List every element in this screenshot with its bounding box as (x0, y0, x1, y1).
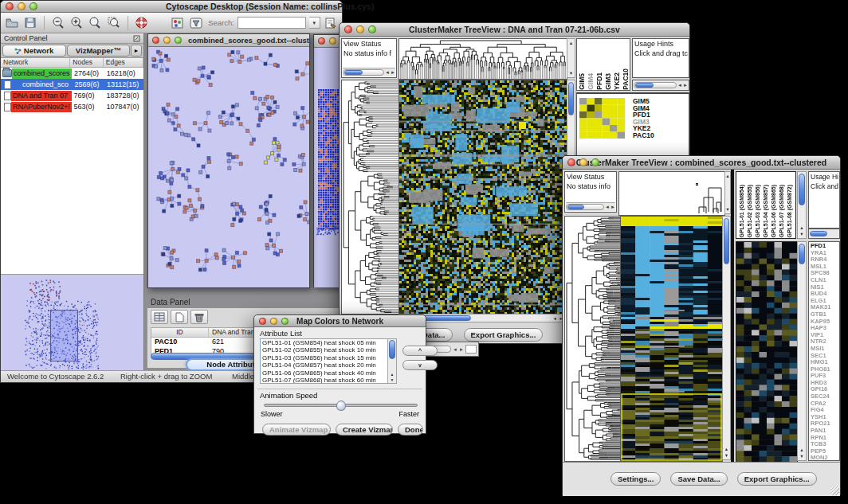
treeview2-title-bar[interactable]: ClusterMaker TreeView : combined_scores_… (563, 156, 840, 170)
treeview1-view-status-panel: View Status No status info f ◄► (341, 38, 397, 78)
animate-vizmap-button[interactable]: Animate Vizmap (262, 424, 331, 436)
zoom-icon[interactable] (591, 158, 599, 166)
zoom-fit-icon[interactable] (88, 15, 103, 30)
treeview1-heatmap[interactable] (398, 80, 567, 315)
treeview2-export-graphics-button[interactable]: Export Graphics... (737, 472, 817, 486)
minimize-icon[interactable] (18, 2, 26, 10)
done-button[interactable]: Done (398, 424, 423, 436)
tab-network[interactable]: Network (2, 45, 66, 57)
attribute-item[interactable]: GPL51-02 (GSM855) heat shock 10 min (261, 346, 387, 354)
treeview1-hints-scrollbar[interactable]: ◄► (632, 80, 689, 91)
treeview2-zoom-heatmap[interactable] (736, 241, 798, 463)
treeview2-column-labels[interactable]: GPL51-01 (GSM854)GPL51-02 (GSM855)GPL51-… (736, 171, 796, 239)
column-label: GPL51-07 (GSM868) (778, 185, 785, 238)
minimize-icon[interactable] (579, 158, 587, 166)
view-status-scrollbar[interactable]: ◄► (566, 202, 615, 211)
float-panel-icon[interactable] (133, 35, 140, 42)
zoom-icon[interactable] (29, 2, 37, 10)
dialog-title-bar[interactable]: Map Colors to Network (254, 315, 426, 327)
treeview1-export-graphics-button[interactable]: Export Graphics... (464, 328, 544, 342)
move-down-button[interactable]: v (402, 360, 438, 370)
vizmap-icon[interactable] (169, 15, 184, 30)
network-table-header[interactable]: NetworkNodesEdges (1, 58, 143, 68)
open-file-icon[interactable] (4, 15, 19, 30)
main-title-bar[interactable]: Cytoscape Desktop (Session Name: collins… (1, 1, 342, 13)
filter-icon[interactable] (188, 15, 203, 30)
attr-col-id[interactable]: ID (151, 328, 209, 337)
new-attribute-icon[interactable] (171, 310, 188, 324)
close-icon[interactable] (567, 158, 575, 166)
search-input[interactable] (238, 17, 306, 29)
network-row[interactable]: RNAPuberNov2+! 563(0) 107847(0) (1, 101, 143, 112)
tab-vizmapper[interactable]: VizMapper™ (67, 45, 131, 57)
network-row[interactable]: DNA and Tran 07 769(0) 183728(0) (1, 90, 143, 101)
attribute-item[interactable]: GPL51-01 (GSM854) heat shock 05 min (261, 339, 387, 346)
treeview2-heatmap[interactable] (620, 216, 723, 462)
attribute-list[interactable]: GPL51-01 (GSM854) heat shock 05 minGPL51… (260, 338, 397, 384)
treeview1-title-bar[interactable]: ClusterMaker TreeView : DNA and Tran 07-… (340, 23, 689, 37)
treeview2-heatmap-vscrollbar[interactable]: ▲▼ (722, 216, 731, 460)
attribute-list-scrollbar[interactable]: ▲ ▼ (387, 339, 396, 383)
treeview2-settings-button[interactable]: Settings... (610, 472, 661, 486)
network-row[interactable]: combined_sco 2569(6) 13112(15) (1, 79, 143, 90)
attribute-editor-icon[interactable] (324, 15, 339, 30)
treeview1-dendro-scrollbar[interactable]: ▲▼ (567, 38, 575, 78)
network-overview-panel[interactable] (1, 275, 143, 371)
search-dropdown-icon[interactable]: ▼ (309, 17, 320, 29)
close-icon[interactable] (344, 25, 352, 33)
network-view-canvas[interactable] (148, 47, 309, 287)
zoom-out-icon[interactable] (50, 15, 65, 30)
treeview2-column-dendrogram[interactable] (618, 171, 725, 216)
network-view-window[interactable]: combined_scores_good.txt--cluste... (147, 33, 310, 288)
treeview2-row-dendrogram[interactable] (564, 216, 621, 462)
treeview2-gene-labels[interactable]: PFD1YRA1RNR4MSL1SPC98CLN1NIS1BUD4ELG1MAK… (808, 241, 840, 461)
zoom-icon[interactable] (281, 318, 289, 325)
minimize-icon[interactable] (329, 37, 336, 45)
attribute-item[interactable]: GPL51-04 (GSM857) heat shock 20 min (261, 361, 387, 369)
attribute-item[interactable]: GPL51-07 (GSM868) heat shock 60 min (261, 377, 387, 384)
close-icon[interactable] (152, 37, 159, 44)
treeview1-column-dendrogram[interactable] (398, 38, 567, 80)
treeview1-correlation-heatmap[interactable] (579, 98, 625, 139)
treeview2-zoom-vscrollbar[interactable]: ▲▼ (797, 241, 807, 461)
close-icon[interactable] (318, 37, 325, 45)
treeview2-labels-vscrollbar[interactable]: ▲▼ (797, 171, 807, 239)
treeview2-hints-scrollbar[interactable] (808, 229, 840, 239)
zoom-selected-icon[interactable] (106, 15, 121, 30)
treeview2-view-status-panel: View Status No status info ◄► (564, 171, 617, 213)
network-view-title-bar[interactable]: combined_scores_good.txt--cluste... (148, 34, 309, 47)
help-lifering-icon[interactable] (133, 15, 148, 30)
save-icon[interactable] (22, 15, 37, 30)
resize-grip[interactable] (830, 486, 839, 495)
treeview1-column-labels[interactable]: GIM5GIM4PFD1GIM3YKE2PAC10 (576, 38, 630, 91)
create-vizmap-button[interactable]: Create Vizmap (336, 424, 393, 436)
attribute-item[interactable]: GPL51-03 (GSM856) heat shock 15 min (261, 354, 387, 361)
move-up-button[interactable]: ^ (402, 346, 438, 356)
view-status-scrollbar[interactable]: ◄► (343, 68, 395, 76)
divider (257, 389, 422, 389)
zoom-icon[interactable] (175, 37, 182, 44)
column-label: GPL51-04 (GSM857) (762, 185, 769, 238)
slider-thumb[interactable] (336, 400, 346, 411)
close-icon[interactable] (259, 318, 266, 325)
attribute-item[interactable]: GPL51-06 (GSM865) heat shock 40 min (261, 369, 387, 377)
attribute-select-icon[interactable] (151, 310, 168, 324)
zoom-icon[interactable] (368, 25, 376, 33)
zoom-in-icon[interactable] (69, 15, 84, 30)
minimize-icon[interactable] (270, 318, 277, 325)
network-edges-count: 183728(0) (104, 92, 143, 100)
grid-network-window[interactable] (313, 34, 342, 287)
treeview2-save-data-button[interactable]: Save Data... (670, 472, 727, 486)
animation-speed-slider[interactable] (264, 404, 418, 407)
treeview1-row-dendrogram[interactable] (341, 80, 399, 315)
treeview2-dendro-scrollbar[interactable]: ▲▼ (724, 171, 731, 214)
delete-attribute-icon[interactable] (190, 310, 208, 324)
control-panel: Control Panel Network VizMapper™ ► Netwo… (1, 33, 144, 371)
treeview1-row-labels[interactable]: GIM5GIM4PFD1GIM3YKE2PAC10 (633, 98, 654, 139)
minimize-icon[interactable] (356, 25, 364, 33)
minimize-icon[interactable] (163, 37, 171, 44)
network-row[interactable]: combined_scores 2764(0) 16218(0) (1, 68, 143, 79)
grid-network-canvas[interactable] (314, 48, 342, 287)
tab-overflow-icon[interactable]: ► (131, 45, 142, 57)
close-icon[interactable] (6, 2, 14, 10)
